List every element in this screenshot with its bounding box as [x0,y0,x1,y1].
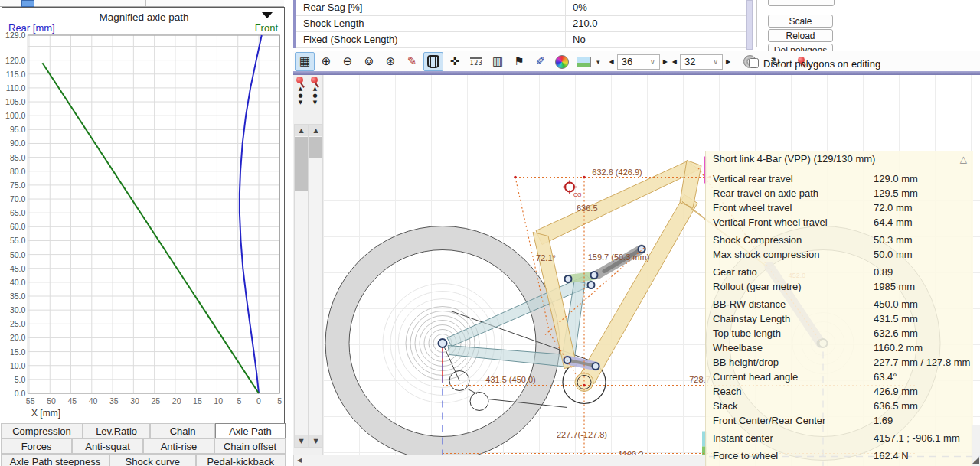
background-image-icon[interactable] [573,52,593,71]
spinner-left[interactable]: 36 ∨ [617,54,660,70]
y-tick-label: 25.0 [10,319,26,328]
zoom-out-icon[interactable]: ⊖ [338,52,358,71]
tab-chain[interactable]: Chain [150,423,215,438]
chevron-down-icon[interactable]: ▾ [596,58,600,66]
stat-label: Front wheel travel [706,202,792,213]
stat-row: Vertical Front wheel travel64.4 mm [706,215,973,230]
spinner-right-decrement[interactable]: ◀ [672,58,677,65]
stat-row: Gear ratio0.89 [706,265,973,279]
x-tick-label: -10 [211,396,223,406]
draw-tool-icon[interactable]: ✎ [402,52,422,71]
x-tick-label: -40 [86,396,97,406]
tab-shock-curve[interactable]: Shock curve [109,454,196,466]
x-tick-label: -55 [23,396,34,406]
y-tick-label: 45.0 [10,264,26,273]
measure-icon[interactable]: 123 [466,52,486,71]
tab-chain-offset[interactable]: Chain offset [214,438,286,454]
distort-polygons-label: Distort polygons on editing [763,58,880,70]
hand-glyph [427,55,439,68]
x-tick-label: 0 [256,396,261,406]
zoom-fit-icon[interactable]: ⊛ [381,52,400,71]
cg-label: CG [573,192,582,197]
left-panel-top-strip [0,0,284,7]
spinner-left-decrement[interactable]: ◀ [609,58,614,65]
scroll-down-icon[interactable]: ▼ [309,435,322,447]
distort-polygons-checkbox[interactable] [749,58,759,68]
zoom-region-icon[interactable]: ⊚ [359,52,379,71]
x-tick-label: -15 [191,396,202,406]
x-tick-label: -25 [149,396,160,406]
stat-row: Front Center/Rear Center1.69 [706,413,973,428]
y-tick-label: 80.0 [10,167,26,176]
polygon-edit-icon[interactable]: ✐ [531,52,550,71]
stat-row: Instant center4157.1 ; -906.1 mm [706,431,973,445]
chart-plot-area: 129.0120.0115.0110.0105.0100.095.090.085… [5,31,282,406]
y-tick-label: 15.0 [10,347,26,357]
tab-axle-path-steepness[interactable]: Axle Path steepness [1,454,109,466]
tab-pedal-kickback[interactable]: Pedal-kickback [196,454,286,466]
table-row: Shock Length210.0 [296,16,746,32]
stat-label: BB height/drop [706,357,779,368]
y-tick-label: 35.0 [10,292,26,301]
tab-compression[interactable]: Compression [1,423,83,438]
stat-value: 1.69 [874,413,893,428]
grid-icon[interactable]: ▦ [295,52,315,71]
zoom-in-icon[interactable]: ⊕ [316,52,336,71]
x-tick-label: -20 [169,396,181,406]
stat-value: 129.5 mm [874,186,918,200]
stat-value: 636.5 mm [874,399,918,413]
axle-path-chart-svg: Magnified axle path Rear [mm] Front 129.… [2,8,284,424]
chevron-down-icon[interactable]: ∨ [713,58,718,66]
center-of-gravity-marker[interactable]: CG [563,181,582,197]
fine-adjust-left[interactable]: ▲●▼ [294,86,307,106]
tab-forces[interactable]: Forces [1,438,72,454]
chevron-down-icon[interactable]: ∨ [650,58,655,66]
stat-value: 450.0 mm [874,297,918,311]
move-points-icon[interactable]: ✜ [445,52,465,71]
scroll-up-icon[interactable]: ▲ [295,125,308,136]
tab-lev-ratio[interactable]: Lev.Ratio [83,423,150,438]
stat-row: Rear travel on axle path129.5 mm [706,186,973,200]
y-tick-label: 5.0 [15,375,26,384]
stat-row: Force to wheel162.4 N [706,448,973,463]
vertical-scrollbar-2[interactable]: ▲ ▼ [309,124,323,448]
spinner-left-increment[interactable]: ▶ [663,58,668,65]
stat-label: Rear travel on axle path [706,187,818,199]
scroll-left-icon[interactable]: ◀ [297,455,302,465]
scrollbar-thumb[interactable] [295,137,308,191]
stat-row: Wheelbase1160.2 mm [706,341,973,355]
horizontal-scrollbar[interactable]: ◀ [293,455,707,466]
tab-anti-rise[interactable]: Anti-rise [143,438,214,454]
color-wheel-icon[interactable] [552,52,572,71]
scrollbar-thumb[interactable] [309,137,322,158]
scroll-up-icon[interactable]: ▲ [309,125,322,136]
reload-button[interactable]: Reload [768,29,833,42]
snap-layout-icon[interactable]: ▥ [488,52,508,71]
param-value[interactable]: No [565,32,745,47]
vertical-scrollbar-1[interactable]: ▲ ▼ [294,124,309,448]
collapse-triangle-icon[interactable]: △ [960,151,967,168]
chart-tab-bar: CompressionLev.RatioChainAxle PathForces… [1,423,286,466]
table-scrollbar[interactable] [746,0,753,50]
scale-button[interactable]: Scale [768,15,833,28]
stat-value: 1985 mm [874,279,915,294]
tab-anti-squat[interactable]: Anti-squat [72,438,143,454]
series-front [42,63,259,393]
fine-adjust-right[interactable]: ▲●▼ [309,86,322,106]
y-tick-label: 85.0 [10,153,26,162]
param-value[interactable]: 0% [565,0,745,15]
cut-off-button[interactable] [768,0,835,6]
resize-corner-icon[interactable] [972,457,979,464]
x-tick-label: -45 [65,396,77,406]
spinner-right[interactable]: 32 ∨ [680,54,723,70]
chart-front-dropdown-icon[interactable] [262,12,273,18]
param-value[interactable]: 210.0 [565,16,745,31]
scroll-down-icon[interactable]: ▼ [295,435,308,447]
flag-points-icon[interactable]: ⚑ [509,52,529,71]
series-rear [240,35,262,393]
stat-group: BB-RW distance450.0 mmChainstay Length43… [706,297,973,428]
mini-toolbar-icon[interactable] [21,0,34,7]
pan-hand-icon[interactable] [423,52,443,71]
tab-axle-path[interactable]: Axle Path [215,423,286,438]
spinner-right-increment[interactable]: ▶ [726,58,730,65]
